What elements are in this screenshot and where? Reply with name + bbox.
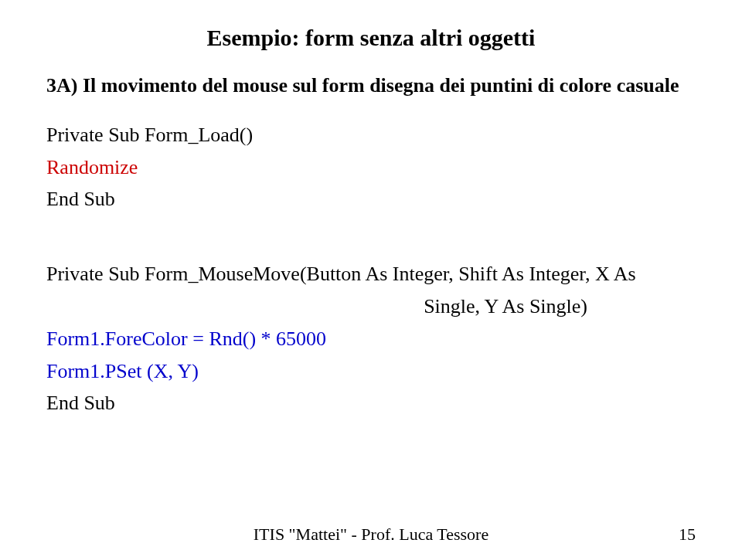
code-line-mousemove-params: Single, Y As Single) (46, 294, 696, 320)
example-description: 3A) Il movimento del mouse sul form dise… (46, 73, 696, 99)
code-line-forecolor: Form1.ForeColor = Rnd() * 65000 (46, 326, 696, 352)
code-line-end-sub-1: End Sub (46, 186, 696, 212)
code-line-mousemove-declaration: Private Sub Form_MouseMove(Button As Int… (46, 261, 696, 287)
code-line-pset: Form1.PSet (X, Y) (46, 358, 696, 385)
footer-text: ITIS "Mattei" - Prof. Luca Tessore (254, 524, 488, 544)
slide-footer: ITIS "Mattei" - Prof. Luca Tessore 15 (0, 524, 742, 545)
slide-title: Esempio: form senza altri oggetti (46, 25, 696, 51)
page-number: 15 (679, 524, 696, 545)
code-line-end-sub-2: End Sub (46, 390, 696, 416)
code-line-randomize: Randomize (46, 154, 696, 181)
code-line-sub-declaration: Private Sub Form_Load() (46, 122, 696, 148)
